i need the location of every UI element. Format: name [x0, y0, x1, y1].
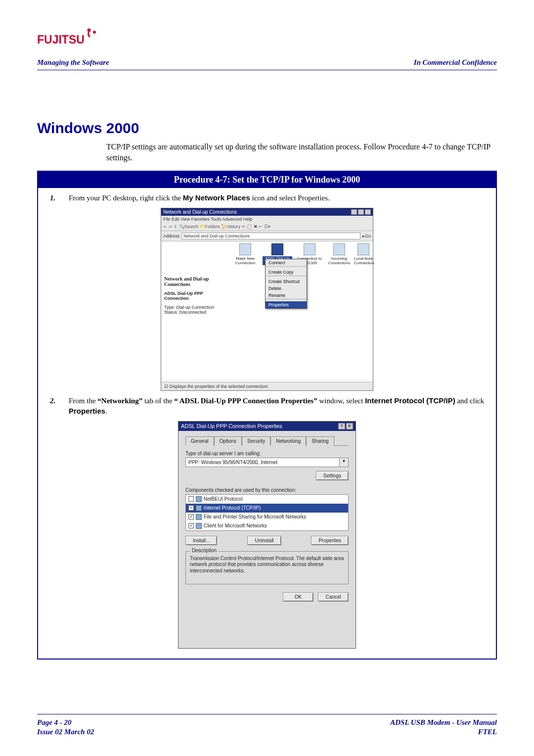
logo-area: FUJITSU [37, 25, 497, 49]
chevron-down-icon[interactable]: ▾ [340, 458, 349, 467]
step-1-num: 1. [50, 193, 69, 203]
uninstall-button[interactable]: Uninstall [247, 536, 281, 545]
checkbox-icon[interactable]: ✓ [188, 514, 194, 520]
win-title: Network and Dial-up Connections [163, 209, 237, 215]
step-1-text: From your PC desktop, right click the My… [69, 193, 484, 203]
footer-org: FTEL [390, 728, 497, 736]
header-row: Managing the Software In Commercial Conf… [37, 58, 497, 70]
header-right: In Commercial Confidence [414, 58, 497, 67]
header-left: Managing the Software [37, 58, 109, 67]
checkbox-icon[interactable]: ✓ [188, 505, 194, 511]
icon-lan[interactable]: Local Area Connection [354, 243, 373, 265]
footer-issue: Issue 02 March 02 [37, 728, 94, 736]
type-dropdown[interactable]: PPP: Windows 95/98/NT4/2000, Internet ▾ [185, 458, 349, 467]
ctx-connect[interactable]: Connect [266, 259, 307, 266]
step-1: 1. From your PC desktop, right click the… [38, 188, 496, 205]
dlg-titlebar: ADSL Dial-Up PPP Connection Properties ?… [178, 422, 356, 431]
type-label: Type of dial-up server I am calling: [185, 451, 349, 456]
section-title: Windows 2000 [37, 120, 497, 137]
ctx-properties[interactable]: Properties [266, 301, 307, 308]
tab-sharing[interactable]: Sharing [306, 436, 334, 446]
s2-t1: From the [69, 397, 97, 405]
left-line1: Type: Dial-up Connection [164, 305, 219, 310]
step-2-text: From the “Networking” tab of the “ ADSL … [69, 396, 484, 416]
go-icon[interactable]: ▸Go [362, 234, 371, 238]
s2-q2: “ ADSL Dial-Up PPP Connection Properties… [174, 397, 317, 405]
address-input[interactable]: Network and Dial-up Connections [181, 233, 360, 239]
footer: Page 4 - 20 Issue 02 March 02 ADSL USB M… [37, 714, 497, 736]
step-2-num: 2. [50, 396, 69, 416]
help-icon[interactable]: ? [338, 423, 345, 429]
client-icon [196, 523, 202, 529]
properties-button[interactable]: Properties [311, 536, 349, 545]
icon-label: Make New Connection [230, 256, 260, 265]
cancel-button[interactable]: Cancel [318, 592, 349, 602]
status-bar: Displays the properties of the selected … [161, 382, 373, 390]
list-item[interactable]: NetBEUI Protocol [186, 495, 348, 504]
procedure-title: Procedure 4-7: Set the TCP/IP for Window… [38, 172, 496, 188]
description-label: Description [190, 548, 219, 553]
icon-label: Local Area Connection [354, 256, 373, 265]
s2-b1: Internet Protocol (TCP/IP) [365, 396, 455, 405]
icon-make-new[interactable]: Make New Connection [230, 243, 260, 265]
screenshot-network-connections: Network and Dial-up Connections File Edi… [161, 208, 373, 391]
comp-name: Internet Protocol (TCP/IP) [204, 505, 261, 511]
tab-row: General Options Security Networking Shar… [185, 436, 349, 446]
max-icon[interactable] [358, 209, 364, 215]
screenshot-connection-properties: ADSL Dial-Up PPP Connection Properties ?… [178, 421, 356, 649]
icon-incoming[interactable]: Incoming Connections [324, 243, 354, 265]
list-item[interactable]: ✓Internet Protocol (TCP/IP) [186, 504, 348, 513]
ctx-rename[interactable]: Rename [266, 292, 307, 299]
modem-icon [304, 243, 315, 255]
dlg-body: General Options Security Networking Shar… [178, 431, 356, 607]
toolbar[interactable]: ⇦ ⇨ ⇧ 🔍Search 📁Folders 📜History ✂ 📋 ✖ ⤺ … [161, 223, 373, 231]
list-item[interactable]: ✓File and Printer Sharing for Microsoft … [186, 513, 348, 521]
footer-doc: ADSL USB Modem - User Manual [390, 718, 497, 727]
tab-networking[interactable]: Networking [270, 436, 306, 446]
ok-button[interactable]: OK [283, 592, 313, 602]
icon-label: Incoming Connections [324, 256, 354, 265]
left-item: ADSL Dial-Up PPP Connection [164, 291, 219, 301]
description-text: Transmission Control Protocol/Internet P… [190, 556, 344, 574]
win-titlebar: Network and Dial-up Connections [161, 208, 373, 216]
left-pane: Network and Dial-up Connections ADSL Dia… [164, 276, 219, 315]
tab-general[interactable]: General [185, 436, 214, 446]
settings-button[interactable]: Settings [316, 471, 349, 480]
ctx-delete[interactable]: Delete [266, 285, 307, 292]
type-value: PPP: Windows 95/98/NT4/2000, Internet [185, 458, 340, 467]
left-heading: Network and Dial-up Connections [164, 276, 219, 287]
checkbox-icon[interactable]: ✓ [188, 523, 194, 528]
components-label: Components checked are used by this conn… [185, 487, 349, 493]
install-button[interactable]: Install... [185, 536, 217, 545]
incoming-icon [333, 243, 345, 255]
close-icon[interactable]: ✕ [346, 423, 353, 429]
ctx-shortcut[interactable]: Create Shortcut [266, 278, 307, 285]
intro-text: TCP/IP settings are automatically set up… [106, 142, 497, 163]
s2-t3: window, select [317, 397, 365, 405]
min-icon[interactable] [351, 209, 357, 215]
modem-icon [271, 243, 283, 255]
wizard-icon [239, 243, 251, 255]
dlg-title: ADSL Dial-Up PPP Connection Properties [181, 423, 282, 429]
tab-options[interactable]: Options [214, 436, 242, 446]
svg-point-1 [93, 31, 96, 34]
s2-b2: Properties [69, 407, 105, 415]
close-icon[interactable] [365, 209, 371, 215]
list-item[interactable]: ✓Client for Microsoft Networks [186, 521, 348, 530]
comp-name: Client for Microsoft Networks [204, 523, 267, 528]
tab-security[interactable]: Security [242, 436, 270, 446]
fujitsu-logo: FUJITSU [37, 25, 101, 49]
description-group: Description Transmission Control Protoco… [185, 551, 349, 585]
s2-t4: and click [455, 397, 484, 405]
s2-q1: “Networking” [97, 397, 142, 405]
menu-bar[interactable]: File Edit View Favorites Tools Advanced … [161, 216, 373, 223]
context-menu: Connect Create Copy Create Shortcut Dele… [265, 259, 307, 309]
ctx-copy[interactable]: Create Copy [266, 269, 307, 276]
s1-bold: My Network Places [183, 193, 250, 202]
address-bar: Address Network and Dial-up Connections … [161, 231, 373, 241]
service-icon [196, 514, 202, 520]
checkbox-icon[interactable] [188, 496, 194, 502]
s1-pre: From your PC desktop, right click the [69, 194, 183, 202]
protocol-icon [196, 505, 202, 511]
step-2: 2. From the “Networking” tab of the “ AD… [38, 391, 496, 418]
